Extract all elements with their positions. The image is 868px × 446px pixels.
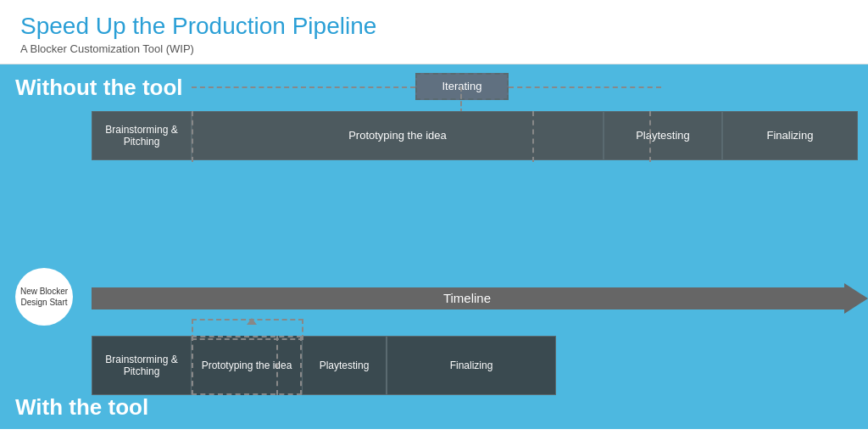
iter-arrow-down <box>460 86 462 114</box>
iter-line-right <box>509 86 661 88</box>
timeline-arrow <box>92 287 868 310</box>
vline-bot2 <box>276 336 278 395</box>
box-brainstorm-top: Brainstorming & Pitching <box>92 111 192 160</box>
box-finalizing-bot: Finalizing <box>387 336 556 395</box>
box-brainstorm-bot: Brainstorming & Pitching <box>92 336 192 395</box>
iterating-box: Iterating <box>415 73 509 100</box>
section-without-label: Without the tool <box>15 75 183 101</box>
arrow-head <box>844 283 868 314</box>
box-prototype-bot: Prototyping the idea <box>192 336 302 395</box>
arrow-body <box>92 287 844 309</box>
box-playtesting-top: Playtesting <box>604 111 722 160</box>
section-with-label: With the tool <box>15 394 148 421</box>
box-playtesting-bot: Playtesting <box>302 336 387 395</box>
box-prototype-top: Prototyping the idea <box>192 111 604 160</box>
bot-arrow-up <box>247 318 257 325</box>
iter-line-left <box>192 86 415 88</box>
header: Speed Up the Production Pipeline A Block… <box>0 0 868 64</box>
start-circle: New Blocker Design Start <box>15 268 73 326</box>
box-finalizing-top: Finalizing <box>722 111 858 160</box>
vline-bot1 <box>192 336 193 395</box>
bottom-boxes: Brainstorming & Pitching Prototyping the… <box>92 336 556 395</box>
page-title: Speed Up the Production Pipeline <box>20 12 848 41</box>
top-boxes: Brainstorming & Pitching Prototyping the… <box>92 111 858 160</box>
main-diagram: Without the tool Iterating Brainstorming… <box>0 64 868 429</box>
page-subtitle: A Blocker Customization Tool (WIP) <box>20 42 848 55</box>
